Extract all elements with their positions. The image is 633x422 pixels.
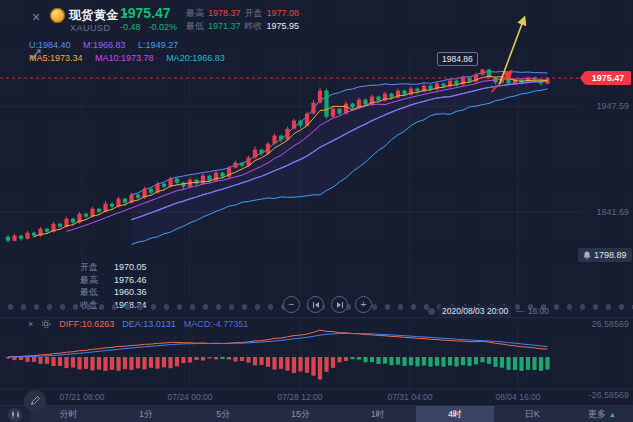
open-value: 1977.08 xyxy=(267,7,304,20)
peak-price-label: 1984.86 xyxy=(437,52,478,66)
interval-toolbar: 分时 1分 5分 15分 1时 4时 日K 更多▲ xyxy=(0,405,633,422)
dot-grid-background xyxy=(0,0,633,422)
price-change: -0.48-0.02% xyxy=(120,22,185,32)
instrument-symbol: XAUUSD xyxy=(70,23,111,33)
boll-indicator-row: U:1984.40 M:1966.83 L:1949.27 xyxy=(29,40,188,50)
candlestick-icon xyxy=(11,410,20,419)
ma-indicator-row: MA5:1973.34 MA10:1973.78 MA20:1966.83 xyxy=(29,53,235,63)
tab-4hour[interactable]: 4时 xyxy=(416,406,493,422)
macd-value: MACD:-4.77351 xyxy=(184,319,249,329)
price-axis-label: 1947.59 xyxy=(596,101,629,111)
macd-axis-top: 26.58569 xyxy=(591,319,629,329)
current-price-tag: 1975.47 xyxy=(585,71,631,85)
dot-icon xyxy=(428,308,435,315)
low-value: 1971.37 xyxy=(208,20,245,33)
close-icon[interactable]: × xyxy=(28,9,44,25)
macd-close-icon[interactable]: × xyxy=(28,319,33,329)
skip-start-button[interactable] xyxy=(307,296,324,313)
tab-daily[interactable]: 日K xyxy=(494,406,571,422)
high-value: 1978.37 xyxy=(208,7,245,20)
pencil-icon xyxy=(30,396,40,406)
last-price: 1975.47 xyxy=(120,5,171,21)
macd-panel-header: × DIFF:10.6263 DEA:13.0131 MACD:-4.77351 xyxy=(28,319,248,329)
chart-type-button[interactable] xyxy=(0,408,30,422)
zoom-out-button[interactable]: − xyxy=(283,296,300,313)
bell-icon xyxy=(583,251,591,260)
visible-range-label: 2020/08/03 20:00 — 16:00 xyxy=(428,305,549,317)
more-button[interactable]: 更多▲ xyxy=(571,406,633,422)
zoom-in-button[interactable]: + xyxy=(355,296,372,313)
tab-1min[interactable]: 1分 xyxy=(107,406,184,422)
dea-value: DEA:13.0131 xyxy=(122,319,176,329)
prev-close-value: 1975.95 xyxy=(267,20,304,33)
chevron-up-icon: ▲ xyxy=(609,411,616,418)
interval-tabs: 分时 1分 5分 15分 1时 4时 日K xyxy=(30,406,571,422)
price-alert-pill[interactable]: 1798.89 xyxy=(578,248,632,262)
draw-tool-button[interactable] xyxy=(24,390,46,412)
macd-axis-bottom: -26.58569 xyxy=(588,390,629,400)
price-axis-label: 1841.69 xyxy=(596,207,629,217)
tab-15min[interactable]: 15分 xyxy=(262,406,339,422)
trading-app-window: × 现货黄金▼ XAUUSD 1975.47 -0.48-0.02% 最高197… xyxy=(0,0,633,422)
tab-1hour[interactable]: 1时 xyxy=(339,406,416,422)
quote-stats: 最高1978.37 开盘1977.08 最低1971.37 昨收1975.95 xyxy=(186,7,303,33)
chart-nav-controls: − + xyxy=(283,296,372,313)
macd-settings-icon[interactable] xyxy=(41,319,51,329)
gold-coin-icon xyxy=(50,8,65,23)
diff-value: DIFF:10.6263 xyxy=(59,319,114,329)
panel-divider xyxy=(0,317,633,318)
time-axis: 07/21 08:00 07/24 00:00 07/28 12:00 07/3… xyxy=(0,392,633,405)
tab-5min[interactable]: 5分 xyxy=(185,406,262,422)
skip-end-button[interactable] xyxy=(331,296,348,313)
